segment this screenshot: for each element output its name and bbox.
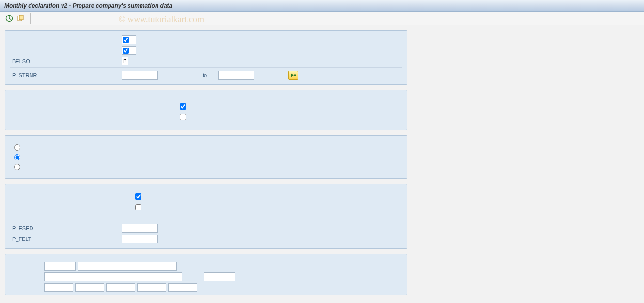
checkbox-4[interactable] — [180, 114, 186, 120]
checkbox-6[interactable] — [135, 204, 141, 210]
pstrnr-from-input[interactable] — [122, 71, 158, 80]
selection-group-1: BELSO P_STRNR to — [5, 30, 407, 85]
bottom-input-5[interactable] — [44, 283, 73, 292]
belso-label: BELSO — [10, 58, 122, 64]
selection-group-2 — [5, 90, 407, 130]
bottom-input-7[interactable] — [106, 283, 135, 292]
checkbox-frame-1 — [122, 35, 136, 44]
bottom-input-9[interactable] — [168, 283, 197, 292]
radio-option-1[interactable] — [14, 144, 20, 151]
checkbox-1[interactable] — [123, 37, 129, 43]
svg-rect-2 — [19, 15, 23, 20]
window-title: Monthly declaration v2 - Prepare company… — [4, 2, 172, 9]
bottom-input-2[interactable] — [78, 262, 177, 271]
bottom-input-4[interactable] — [204, 272, 235, 281]
bottom-input-8[interactable] — [137, 283, 166, 292]
bottom-input-3[interactable] — [44, 272, 182, 281]
pesed-label: P_ESED — [10, 225, 122, 231]
toolbar — [0, 12, 644, 25]
selection-group-3 — [5, 135, 407, 179]
belso-input[interactable] — [122, 57, 128, 65]
bottom-input-1[interactable] — [44, 262, 76, 271]
multiple-selection-button[interactable] — [288, 71, 298, 80]
execute-button[interactable] — [5, 14, 14, 23]
pfelt-label: P_FELT — [10, 236, 122, 242]
radio-option-2[interactable] — [14, 154, 20, 160]
get-variant-button[interactable] — [16, 14, 25, 23]
pfelt-input[interactable] — [122, 235, 158, 243]
to-label: to — [203, 72, 216, 78]
radio-option-3[interactable] — [14, 164, 20, 170]
toolbar-separator — [30, 13, 31, 24]
content-area: BELSO P_STRNR to — [0, 25, 644, 303]
svg-rect-3 — [294, 75, 296, 76]
selection-group-4: P_ESED P_FELT — [5, 184, 407, 249]
pstrnr-label: P_STRNR — [10, 72, 122, 78]
divider-1 — [10, 67, 402, 68]
pesed-input[interactable] — [122, 224, 158, 233]
checkbox-3[interactable] — [180, 103, 186, 110]
pstrnr-to-input[interactable] — [218, 71, 254, 80]
bottom-input-6[interactable] — [75, 283, 104, 292]
selection-group-5 — [5, 254, 407, 295]
checkbox-2[interactable] — [123, 48, 129, 54]
title-bar: Monthly declaration v2 - Prepare company… — [0, 0, 644, 12]
checkbox-5[interactable] — [135, 193, 141, 200]
checkbox-frame-2 — [122, 46, 136, 55]
